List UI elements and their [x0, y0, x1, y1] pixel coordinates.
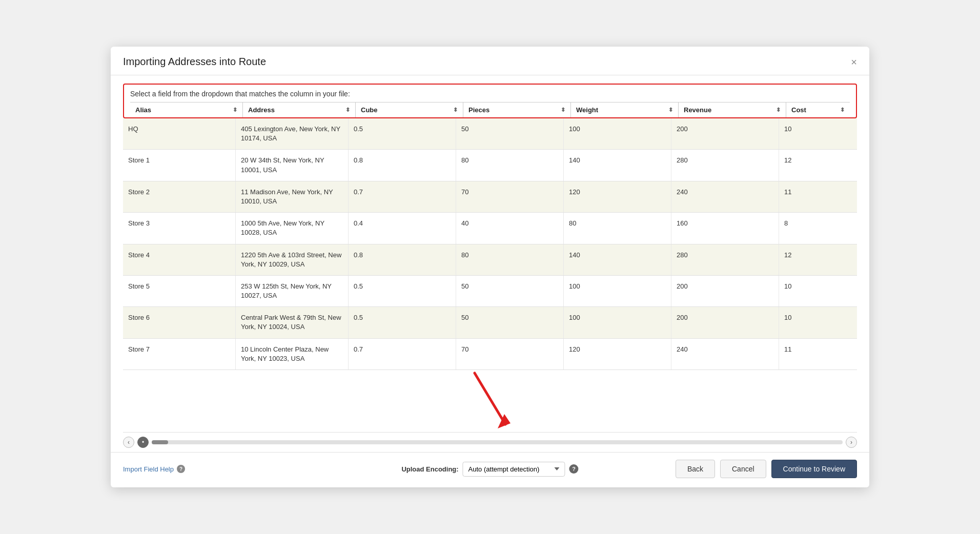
- import-help-link[interactable]: Import Field Help: [123, 465, 174, 473]
- cell-address: Central Park West & 79th St, New York, N…: [236, 307, 349, 338]
- col-label-address: Address: [248, 106, 275, 114]
- sort-icon-cube: ⬍: [453, 107, 458, 113]
- cell-revenue: 240: [671, 339, 779, 369]
- scroll-thumb: [152, 440, 168, 444]
- cell-revenue: 200: [671, 118, 779, 149]
- cell-alias: Store 1: [123, 150, 236, 180]
- col-label-alias: Alias: [135, 106, 151, 114]
- cell-weight: 120: [564, 339, 671, 369]
- col-label-cube: Cube: [361, 106, 378, 114]
- col-label-revenue: Revenue: [684, 106, 711, 114]
- instruction-text: Select a field from the dropdown that ma…: [130, 90, 850, 98]
- cell-cost: 12: [779, 244, 857, 275]
- cell-alias: Store 2: [123, 181, 236, 212]
- table-header-row: Alias⬍Address⬍Cube⬍Pieces⬍Weight⬍Revenue…: [130, 102, 850, 117]
- cell-pieces: 80: [456, 150, 564, 180]
- continue-to-review-button[interactable]: Continue to Review: [771, 460, 857, 478]
- cell-pieces: 70: [456, 339, 564, 369]
- sort-icon-pieces: ⬍: [561, 107, 565, 113]
- sort-icon-alias: ⬍: [233, 107, 237, 113]
- cell-alias: Store 5: [123, 276, 236, 306]
- modal-footer: Import Field Help ? Upload Encoding: Aut…: [111, 452, 869, 487]
- table-row: Store 6Central Park West & 79th St, New …: [123, 307, 857, 338]
- footer-center: Upload Encoding: Auto (attempt detection…: [401, 462, 578, 477]
- cell-cost: 12: [779, 150, 857, 180]
- cell-address: 405 Lexington Ave, New York, NY 10174, U…: [236, 118, 349, 149]
- cell-cube: 0.8: [349, 150, 456, 180]
- cell-cube: 0.5: [349, 307, 456, 338]
- cell-pieces: 40: [456, 213, 564, 243]
- sort-icon-revenue: ⬍: [776, 107, 781, 113]
- cell-pieces: 80: [456, 244, 564, 275]
- cell-address: 1220 5th Ave & 103rd Street, New York, N…: [236, 244, 349, 275]
- cell-cube: 0.5: [349, 118, 456, 149]
- modal-title: Importing Addresses into Route: [123, 56, 266, 68]
- cell-address: 1000 5th Ave, New York, NY 10028, USA: [236, 213, 349, 243]
- back-button[interactable]: Back: [676, 460, 715, 478]
- help-icon[interactable]: ?: [177, 465, 185, 473]
- scroll-right-button[interactable]: ›: [846, 437, 857, 448]
- cell-address: 10 Lincoln Center Plaza, New York, NY 10…: [236, 339, 349, 369]
- cell-cost: 10: [779, 276, 857, 306]
- col-header-revenue[interactable]: Revenue⬍: [679, 102, 786, 117]
- col-header-alias[interactable]: Alias⬍: [130, 102, 243, 117]
- table-row: Store 710 Lincoln Center Plaza, New York…: [123, 339, 857, 370]
- col-header-cost[interactable]: Cost⬍: [786, 102, 850, 117]
- close-button[interactable]: ×: [851, 57, 857, 67]
- col-header-weight[interactable]: Weight⬍: [571, 102, 679, 117]
- sort-icon-address: ⬍: [345, 107, 350, 113]
- import-modal: Importing Addresses into Route × Select …: [111, 47, 869, 487]
- footer-right: Back Cancel Continue to Review: [676, 460, 857, 478]
- cell-cost: 11: [779, 181, 857, 212]
- cell-cube: 0.8: [349, 244, 456, 275]
- table-row: Store 31000 5th Ave, New York, NY 10028,…: [123, 213, 857, 244]
- encoding-select[interactable]: Auto (attempt detection)UTF-8ISO-8859-1W…: [463, 462, 565, 477]
- cell-revenue: 200: [671, 307, 779, 338]
- sort-icon-weight: ⬍: [668, 107, 673, 113]
- cell-cube: 0.5: [349, 276, 456, 306]
- cell-weight: 140: [564, 244, 671, 275]
- cell-weight: 80: [564, 213, 671, 243]
- encoding-info-icon[interactable]: ?: [569, 464, 579, 474]
- instruction-box: Select a field from the dropdown that ma…: [123, 84, 857, 118]
- scroll-left-button[interactable]: ‹: [123, 437, 134, 448]
- table-row: Store 5253 W 125th St, New York, NY 1002…: [123, 276, 857, 307]
- cell-cost: 8: [779, 213, 857, 243]
- cell-revenue: 200: [671, 276, 779, 306]
- modal-header: Importing Addresses into Route ×: [111, 47, 869, 75]
- scroll-right-inactive[interactable]: •: [137, 437, 149, 448]
- cell-cost: 11: [779, 339, 857, 369]
- cell-cost: 10: [779, 118, 857, 149]
- scroll-track[interactable]: [152, 440, 843, 444]
- cell-pieces: 70: [456, 181, 564, 212]
- cancel-button[interactable]: Cancel: [720, 460, 766, 478]
- cell-alias: Store 3: [123, 213, 236, 243]
- sort-icon-cost: ⬍: [840, 107, 845, 113]
- modal-body: Select a field from the dropdown that ma…: [111, 75, 869, 452]
- table-row: Store 120 W 34th St, New York, NY 10001,…: [123, 150, 857, 181]
- cell-alias: Store 4: [123, 244, 236, 275]
- cell-address: 20 W 34th St, New York, NY 10001, USA: [236, 150, 349, 180]
- cell-revenue: 280: [671, 150, 779, 180]
- cell-weight: 140: [564, 150, 671, 180]
- cell-address: 11 Madison Ave, New York, NY 10010, USA: [236, 181, 349, 212]
- table-row: Store 41220 5th Ave & 103rd Street, New …: [123, 244, 857, 276]
- cell-pieces: 50: [456, 307, 564, 338]
- cell-alias: Store 7: [123, 339, 236, 369]
- cell-cube: 0.4: [349, 213, 456, 243]
- cell-weight: 120: [564, 181, 671, 212]
- col-label-weight: Weight: [576, 106, 598, 114]
- col-header-address[interactable]: Address⬍: [243, 102, 356, 117]
- cell-revenue: 280: [671, 244, 779, 275]
- cell-weight: 100: [564, 307, 671, 338]
- cell-cube: 0.7: [349, 181, 456, 212]
- table-row: Store 211 Madison Ave, New York, NY 1001…: [123, 181, 857, 213]
- cell-pieces: 50: [456, 276, 564, 306]
- col-header-pieces[interactable]: Pieces⬍: [463, 102, 571, 117]
- encoding-label: Upload Encoding:: [401, 465, 458, 473]
- cell-pieces: 50: [456, 118, 564, 149]
- col-label-cost: Cost: [791, 106, 806, 114]
- table-row: HQ405 Lexington Ave, New York, NY 10174,…: [123, 118, 857, 150]
- col-header-cube[interactable]: Cube⬍: [356, 102, 463, 117]
- col-label-pieces: Pieces: [468, 106, 489, 114]
